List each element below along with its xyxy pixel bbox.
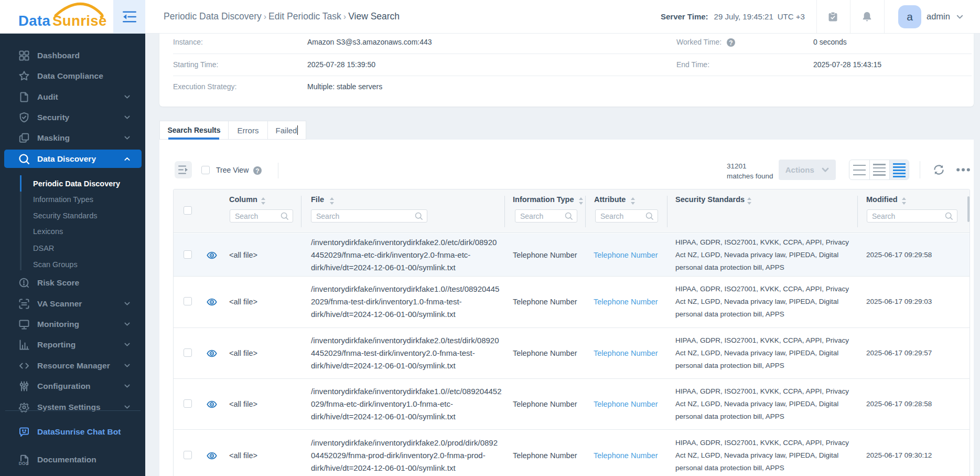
svg-text:?: ? (729, 39, 733, 47)
svg-text:?: ? (255, 167, 259, 175)
svg-text:DOC: DOC (19, 461, 29, 466)
svg-text:Data: Data (19, 13, 51, 29)
svg-text:Sunrise: Sunrise (52, 13, 107, 29)
